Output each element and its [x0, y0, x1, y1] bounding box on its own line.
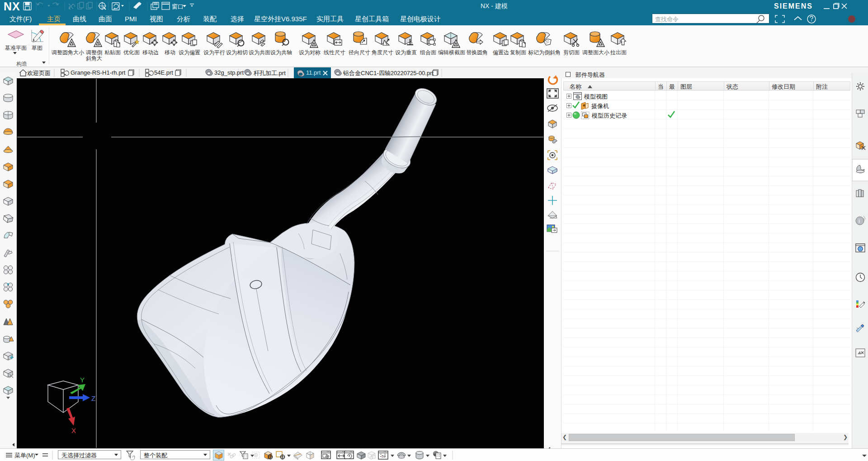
svg-text:Y: Y	[80, 376, 85, 384]
svg-text:52: 52	[382, 454, 386, 458]
svg-text:NX - 建模: NX - 建模	[481, 2, 508, 10]
svg-text:Z: Z	[91, 394, 95, 402]
svg-text:SIEMENS: SIEMENS	[774, 2, 813, 10]
svg-text:窗口: 窗口	[172, 3, 184, 10]
svg-text:i: i	[859, 218, 860, 224]
svg-text:X: X	[71, 427, 76, 434]
